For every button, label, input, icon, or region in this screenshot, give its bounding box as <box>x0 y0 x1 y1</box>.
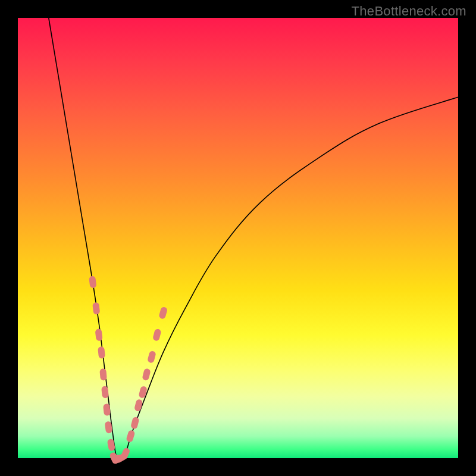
bead <box>147 350 156 364</box>
bead <box>99 368 107 381</box>
curve-svg <box>18 18 458 458</box>
bead <box>152 328 162 342</box>
bead <box>107 439 115 452</box>
bottleneck-curve <box>49 18 458 462</box>
bead <box>98 346 105 359</box>
bead <box>89 275 97 288</box>
bead <box>158 306 168 320</box>
bead <box>138 386 148 399</box>
bead <box>95 328 103 341</box>
chart-frame: TheBottleneck.com <box>0 0 476 476</box>
bead <box>101 386 109 399</box>
bead <box>142 368 151 381</box>
bead <box>130 416 140 430</box>
bead <box>134 399 143 412</box>
bead <box>92 302 100 315</box>
watermark-text: TheBottleneck.com <box>352 4 466 19</box>
bead <box>126 430 135 443</box>
plot-area <box>18 18 458 458</box>
